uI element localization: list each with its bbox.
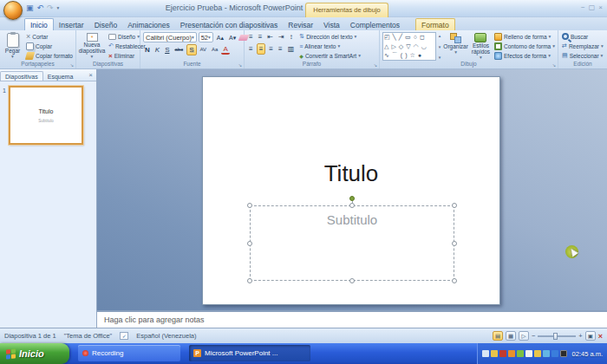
save-icon[interactable]: ▣	[26, 3, 34, 13]
line-spacing-button[interactable]: ↕	[288, 32, 295, 42]
shapes-row[interactable]: ◰╲╱▭○◻	[384, 33, 434, 42]
slide-sorter-view-button[interactable]: ▦	[506, 331, 516, 341]
undo-icon[interactable]: ↶	[37, 3, 44, 13]
rotate-handle[interactable]	[349, 196, 355, 201]
parrafo-dialog-launcher-icon[interactable]: ↘	[374, 62, 377, 68]
panel-tab-diapositivas[interactable]: Diapositivas	[0, 71, 43, 81]
slideshow-view-button[interactable]: ▷	[519, 331, 529, 341]
columns-button[interactable]: ▥	[286, 44, 297, 54]
maximize-icon[interactable]: ▢	[589, 3, 596, 11]
dibujo-dialog-launcher-icon[interactable]: ↘	[552, 62, 556, 68]
font-name-dropdown-icon[interactable]: ▾	[192, 35, 194, 40]
replace-button[interactable]: ⇄ Reemplazar ▾	[561, 42, 604, 50]
tray-icon[interactable]	[543, 350, 550, 357]
text-shadow-button[interactable]: S	[186, 44, 196, 55]
tab-formato[interactable]: Formato	[415, 18, 455, 30]
text-direction-button[interactable]: ⇅ Dirección del texto ▾	[298, 32, 362, 41]
paste-dropdown-icon[interactable]: ▾	[11, 54, 14, 60]
tray-icon[interactable]	[482, 350, 489, 357]
tab-revisar[interactable]: Revisar	[283, 19, 318, 30]
slide-editing-area[interactable]: Titulo Subtitulo	[97, 69, 607, 310]
language-indicator[interactable]: Español (Venezuela)	[136, 332, 196, 340]
grow-font-button[interactable]: A▴	[215, 33, 225, 42]
resize-handle[interactable]	[247, 203, 252, 208]
shape-fill-button[interactable]: Relleno de forma ▾	[493, 32, 556, 41]
tab-inicio[interactable]: Inicio	[24, 18, 54, 30]
slide-thumbnail[interactable]: Titulo Subtitulo	[9, 86, 83, 145]
paste-button[interactable]: Pegar ▾	[3, 32, 23, 61]
copy-button[interactable]: Copiar	[25, 42, 74, 50]
tray-icon[interactable]	[517, 350, 524, 357]
subtitle-placeholder[interactable]: Subtitulo	[250, 205, 454, 281]
align-center-button[interactable]: ≡	[257, 43, 266, 55]
select-button[interactable]: ▤ Seleccionar ▾	[561, 51, 604, 60]
redo-icon[interactable]: ↷	[47, 3, 54, 13]
fit-slide-to-window-button[interactable]: ▣	[585, 331, 596, 341]
shapes-row[interactable]: ∿⌒()☆●	[384, 51, 434, 60]
tray-icon[interactable]	[508, 350, 515, 357]
shape-outline-button[interactable]: Contorno de forma ▾	[493, 42, 556, 50]
resize-handle[interactable]	[247, 241, 252, 246]
panel-close-icon[interactable]: ×	[88, 71, 96, 81]
shapes-row[interactable]: △▷◇▽◠◡	[384, 42, 434, 51]
tab-complementos[interactable]: Complementos	[345, 19, 405, 30]
numbering-button[interactable]: ≡	[257, 32, 264, 42]
slide-canvas[interactable]: Titulo Subtitulo	[202, 76, 500, 305]
taskbar-task-powerpoint[interactable]: P Microsoft PowerPoint ...	[189, 345, 310, 361]
convert-smartart-button[interactable]: ◆ Convertir a SmartArt ▾	[298, 51, 362, 60]
tray-icon[interactable]	[552, 350, 558, 357]
strikethrough-button[interactable]: abc	[173, 45, 185, 55]
overlay-close-icon[interactable]: ×	[598, 332, 603, 341]
shrink-font-button[interactable]: A▾	[227, 33, 238, 42]
minimize-icon[interactable]: −	[581, 3, 585, 11]
tray-icon[interactable]	[560, 350, 567, 357]
change-case-button[interactable]: Aa	[210, 45, 219, 55]
align-left-button[interactable]: ≡	[247, 44, 255, 54]
increase-indent-button[interactable]: ⇥	[277, 32, 286, 42]
bullets-button[interactable]: ≡	[247, 32, 255, 42]
font-size-dropdown-icon[interactable]: ▾	[208, 35, 211, 40]
fuente-dialog-launcher-icon[interactable]: ↘	[238, 62, 242, 68]
zoom-slider[interactable]	[538, 335, 576, 337]
start-button[interactable]: Inicio	[0, 343, 69, 364]
underline-button[interactable]: S	[163, 45, 171, 55]
tab-vista[interactable]: Vista	[318, 19, 345, 30]
resize-handle[interactable]	[349, 203, 355, 208]
new-slide-dropdown-icon[interactable]: ▾	[91, 54, 94, 60]
shape-effects-button[interactable]: Efectos de forma ▾	[493, 51, 556, 60]
zoom-out-button[interactable]: −	[532, 332, 535, 340]
decrease-indent-button[interactable]: ⇤	[265, 32, 275, 42]
align-text-button[interactable]: ≡ Alinear texto ▾	[298, 42, 362, 50]
taskbar-task-recording[interactable]: Recording	[78, 345, 180, 361]
find-button[interactable]: Buscar	[561, 32, 604, 41]
portapapeles-dialog-launcher-icon[interactable]: ↘	[70, 62, 74, 68]
arrange-button[interactable]: Organizar ▾	[443, 32, 468, 61]
character-spacing-button[interactable]: AV	[199, 45, 209, 55]
normal-view-button[interactable]: ▤	[493, 331, 503, 341]
justify-button[interactable]: ≡	[277, 44, 284, 54]
tab-presentacion[interactable]: Presentación con diapositivas	[175, 19, 283, 30]
tab-animaciones[interactable]: Animaciones	[122, 19, 175, 30]
resize-handle[interactable]	[247, 278, 252, 283]
zoom-slider-thumb[interactable]	[553, 333, 558, 340]
font-size-combobox[interactable]: 52 ▾	[199, 32, 213, 42]
font-name-combobox[interactable]: Calibri (Cuerpo) ▾	[143, 32, 197, 42]
resize-handle[interactable]	[452, 278, 457, 283]
panel-tab-esquema[interactable]: Esquema	[43, 72, 78, 81]
office-button-icon[interactable]	[3, 1, 23, 20]
format-painter-button[interactable]: Copiar formato	[25, 51, 74, 60]
shapes-gallery[interactable]: ◰╲╱▭○◻ △▷◇▽◠◡ ∿⌒()☆●	[382, 32, 436, 61]
italic-button[interactable]: K	[153, 45, 161, 55]
resize-handle[interactable]	[452, 241, 457, 246]
bold-button[interactable]: N	[143, 45, 152, 55]
tab-insertar[interactable]: Insertar	[54, 19, 89, 30]
tab-diseno[interactable]: Diseño	[89, 19, 122, 30]
shapes-scroll-down-icon[interactable]: ▾	[439, 44, 441, 49]
shapes-gallery-scrollbar[interactable]: ▴ ▾ ▾	[439, 32, 441, 61]
shapes-more-icon[interactable]: ▾	[439, 55, 441, 60]
new-slide-button[interactable]: * Nueva diapositiva ▾	[79, 32, 105, 61]
quick-styles-button[interactable]: Estilos rápidos ▾	[471, 32, 491, 61]
qat-dropdown-icon[interactable]: ▾	[57, 3, 60, 13]
cut-button[interactable]: × Cortar	[25, 32, 74, 41]
resize-handle[interactable]	[452, 203, 457, 208]
